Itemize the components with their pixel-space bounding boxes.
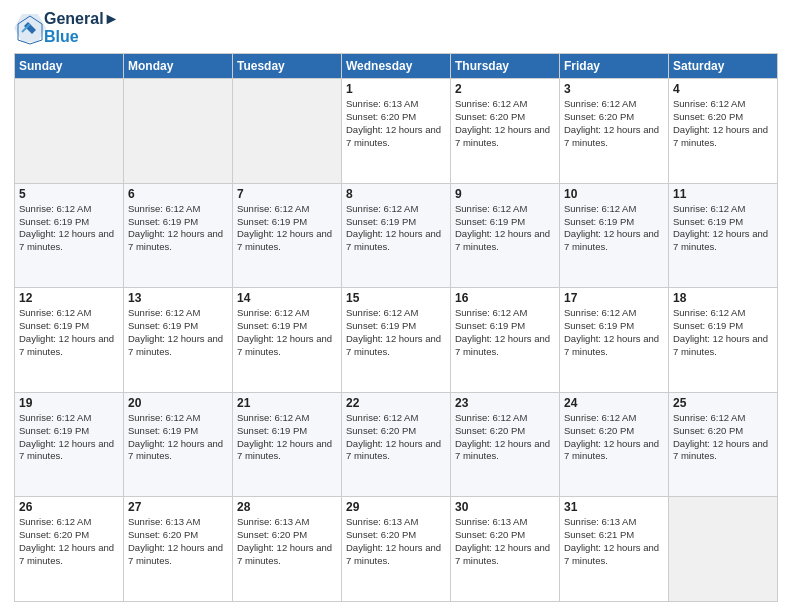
day-number: 17 (564, 291, 664, 305)
day-cell: 18Sunrise: 6:12 AM Sunset: 6:19 PM Dayli… (669, 288, 778, 393)
week-row-4: 19Sunrise: 6:12 AM Sunset: 6:19 PM Dayli… (15, 392, 778, 497)
day-number: 7 (237, 187, 337, 201)
day-cell (124, 79, 233, 184)
day-cell: 22Sunrise: 6:12 AM Sunset: 6:20 PM Dayli… (342, 392, 451, 497)
day-info: Sunrise: 6:12 AM Sunset: 6:19 PM Dayligh… (128, 412, 228, 463)
day-number: 20 (128, 396, 228, 410)
day-header-sunday: Sunday (15, 54, 124, 79)
day-number: 11 (673, 187, 773, 201)
header-row: SundayMondayTuesdayWednesdayThursdayFrid… (15, 54, 778, 79)
day-cell: 24Sunrise: 6:12 AM Sunset: 6:20 PM Dayli… (560, 392, 669, 497)
day-number: 22 (346, 396, 446, 410)
day-header-tuesday: Tuesday (233, 54, 342, 79)
day-cell: 20Sunrise: 6:12 AM Sunset: 6:19 PM Dayli… (124, 392, 233, 497)
day-number: 27 (128, 500, 228, 514)
day-info: Sunrise: 6:12 AM Sunset: 6:19 PM Dayligh… (455, 203, 555, 254)
day-cell: 30Sunrise: 6:13 AM Sunset: 6:20 PM Dayli… (451, 497, 560, 602)
day-info: Sunrise: 6:12 AM Sunset: 6:19 PM Dayligh… (673, 307, 773, 358)
day-cell: 4Sunrise: 6:12 AM Sunset: 6:20 PM Daylig… (669, 79, 778, 184)
day-number: 9 (455, 187, 555, 201)
day-info: Sunrise: 6:12 AM Sunset: 6:20 PM Dayligh… (346, 412, 446, 463)
day-cell: 25Sunrise: 6:12 AM Sunset: 6:20 PM Dayli… (669, 392, 778, 497)
day-cell: 6Sunrise: 6:12 AM Sunset: 6:19 PM Daylig… (124, 183, 233, 288)
week-row-2: 5Sunrise: 6:12 AM Sunset: 6:19 PM Daylig… (15, 183, 778, 288)
day-cell: 8Sunrise: 6:12 AM Sunset: 6:19 PM Daylig… (342, 183, 451, 288)
day-number: 3 (564, 82, 664, 96)
day-number: 1 (346, 82, 446, 96)
day-info: Sunrise: 6:12 AM Sunset: 6:19 PM Dayligh… (19, 203, 119, 254)
day-number: 13 (128, 291, 228, 305)
day-cell: 10Sunrise: 6:12 AM Sunset: 6:19 PM Dayli… (560, 183, 669, 288)
day-cell: 13Sunrise: 6:12 AM Sunset: 6:19 PM Dayli… (124, 288, 233, 393)
calendar: SundayMondayTuesdayWednesdayThursdayFrid… (14, 53, 778, 602)
day-header-wednesday: Wednesday (342, 54, 451, 79)
day-cell: 17Sunrise: 6:12 AM Sunset: 6:19 PM Dayli… (560, 288, 669, 393)
day-header-friday: Friday (560, 54, 669, 79)
day-number: 26 (19, 500, 119, 514)
day-cell: 16Sunrise: 6:12 AM Sunset: 6:19 PM Dayli… (451, 288, 560, 393)
day-number: 28 (237, 500, 337, 514)
day-info: Sunrise: 6:13 AM Sunset: 6:20 PM Dayligh… (346, 98, 446, 149)
day-info: Sunrise: 6:12 AM Sunset: 6:20 PM Dayligh… (564, 98, 664, 149)
day-cell: 26Sunrise: 6:12 AM Sunset: 6:20 PM Dayli… (15, 497, 124, 602)
day-info: Sunrise: 6:12 AM Sunset: 6:19 PM Dayligh… (19, 307, 119, 358)
day-info: Sunrise: 6:13 AM Sunset: 6:20 PM Dayligh… (237, 516, 337, 567)
day-info: Sunrise: 6:12 AM Sunset: 6:20 PM Dayligh… (19, 516, 119, 567)
day-info: Sunrise: 6:12 AM Sunset: 6:20 PM Dayligh… (564, 412, 664, 463)
day-cell (233, 79, 342, 184)
day-number: 16 (455, 291, 555, 305)
logo-text: General►Blue (44, 10, 119, 45)
day-cell: 5Sunrise: 6:12 AM Sunset: 6:19 PM Daylig… (15, 183, 124, 288)
day-cell: 15Sunrise: 6:12 AM Sunset: 6:19 PM Dayli… (342, 288, 451, 393)
day-number: 8 (346, 187, 446, 201)
day-number: 14 (237, 291, 337, 305)
day-info: Sunrise: 6:12 AM Sunset: 6:19 PM Dayligh… (19, 412, 119, 463)
day-info: Sunrise: 6:12 AM Sunset: 6:19 PM Dayligh… (564, 307, 664, 358)
day-number: 15 (346, 291, 446, 305)
day-number: 29 (346, 500, 446, 514)
day-cell: 1Sunrise: 6:13 AM Sunset: 6:20 PM Daylig… (342, 79, 451, 184)
day-info: Sunrise: 6:13 AM Sunset: 6:20 PM Dayligh… (346, 516, 446, 567)
day-info: Sunrise: 6:13 AM Sunset: 6:20 PM Dayligh… (128, 516, 228, 567)
day-cell: 28Sunrise: 6:13 AM Sunset: 6:20 PM Dayli… (233, 497, 342, 602)
logo-area: General►Blue (14, 10, 119, 45)
day-cell: 31Sunrise: 6:13 AM Sunset: 6:21 PM Dayli… (560, 497, 669, 602)
day-info: Sunrise: 6:12 AM Sunset: 6:19 PM Dayligh… (673, 203, 773, 254)
day-info: Sunrise: 6:12 AM Sunset: 6:20 PM Dayligh… (455, 412, 555, 463)
day-number: 5 (19, 187, 119, 201)
day-cell: 3Sunrise: 6:12 AM Sunset: 6:20 PM Daylig… (560, 79, 669, 184)
day-cell: 7Sunrise: 6:12 AM Sunset: 6:19 PM Daylig… (233, 183, 342, 288)
day-cell (669, 497, 778, 602)
day-info: Sunrise: 6:12 AM Sunset: 6:19 PM Dayligh… (564, 203, 664, 254)
day-info: Sunrise: 6:12 AM Sunset: 6:19 PM Dayligh… (346, 307, 446, 358)
page: General►Blue SundayMondayTuesdayWednesda… (0, 0, 792, 612)
day-info: Sunrise: 6:13 AM Sunset: 6:21 PM Dayligh… (564, 516, 664, 567)
day-info: Sunrise: 6:12 AM Sunset: 6:20 PM Dayligh… (673, 412, 773, 463)
day-number: 10 (564, 187, 664, 201)
day-number: 30 (455, 500, 555, 514)
day-info: Sunrise: 6:12 AM Sunset: 6:19 PM Dayligh… (128, 203, 228, 254)
day-number: 12 (19, 291, 119, 305)
day-info: Sunrise: 6:12 AM Sunset: 6:19 PM Dayligh… (237, 307, 337, 358)
day-number: 25 (673, 396, 773, 410)
day-info: Sunrise: 6:12 AM Sunset: 6:19 PM Dayligh… (237, 412, 337, 463)
day-cell: 9Sunrise: 6:12 AM Sunset: 6:19 PM Daylig… (451, 183, 560, 288)
week-row-1: 1Sunrise: 6:13 AM Sunset: 6:20 PM Daylig… (15, 79, 778, 184)
day-info: Sunrise: 6:12 AM Sunset: 6:19 PM Dayligh… (455, 307, 555, 358)
header: General►Blue (14, 10, 778, 45)
day-info: Sunrise: 6:12 AM Sunset: 6:19 PM Dayligh… (237, 203, 337, 254)
day-number: 18 (673, 291, 773, 305)
day-cell: 11Sunrise: 6:12 AM Sunset: 6:19 PM Dayli… (669, 183, 778, 288)
day-header-monday: Monday (124, 54, 233, 79)
day-info: Sunrise: 6:13 AM Sunset: 6:20 PM Dayligh… (455, 516, 555, 567)
logo-icon (14, 14, 42, 42)
day-number: 2 (455, 82, 555, 96)
day-header-saturday: Saturday (669, 54, 778, 79)
day-cell: 27Sunrise: 6:13 AM Sunset: 6:20 PM Dayli… (124, 497, 233, 602)
day-cell: 21Sunrise: 6:12 AM Sunset: 6:19 PM Dayli… (233, 392, 342, 497)
day-info: Sunrise: 6:12 AM Sunset: 6:20 PM Dayligh… (455, 98, 555, 149)
day-cell: 23Sunrise: 6:12 AM Sunset: 6:20 PM Dayli… (451, 392, 560, 497)
week-row-3: 12Sunrise: 6:12 AM Sunset: 6:19 PM Dayli… (15, 288, 778, 393)
day-number: 19 (19, 396, 119, 410)
day-cell: 12Sunrise: 6:12 AM Sunset: 6:19 PM Dayli… (15, 288, 124, 393)
